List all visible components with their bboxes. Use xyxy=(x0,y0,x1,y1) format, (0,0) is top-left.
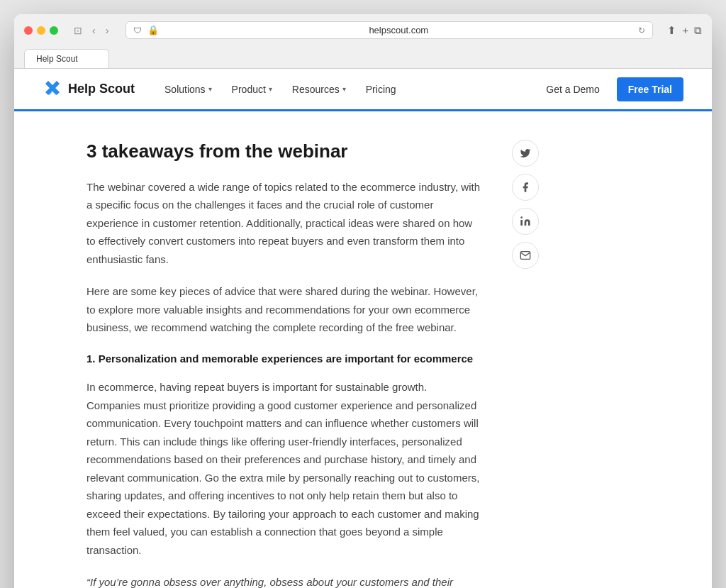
get-demo-button[interactable]: Get a Demo xyxy=(537,78,608,101)
nav-item-resources[interactable]: Resources ▾ xyxy=(284,78,354,101)
intro-paragraph-2: Here are some key pieces of advice that … xyxy=(86,282,484,337)
chevron-down-icon: ▾ xyxy=(342,85,346,93)
section1-heading: 1. Personalization and memorable experie… xyxy=(86,351,484,367)
chevron-down-icon: ▾ xyxy=(208,85,212,93)
facebook-share-button[interactable] xyxy=(512,174,539,201)
nav-solutions-label: Solutions xyxy=(164,84,206,95)
article-body: 3 takeaways from the webinar The webinar… xyxy=(86,140,484,588)
window-controls: ⊡ ‹ › xyxy=(71,23,111,38)
nav-item-product[interactable]: Product ▾ xyxy=(223,78,281,101)
helpscout-logo-icon xyxy=(43,79,62,99)
new-tab-icon[interactable]: + xyxy=(682,24,688,37)
twitter-share-button[interactable] xyxy=(512,140,539,167)
page-content: Help Scout Solutions ▾ Product ▾ Resourc… xyxy=(14,69,712,588)
logo-text: Help Scout xyxy=(68,82,135,96)
logo[interactable]: Help Scout xyxy=(43,79,135,99)
facebook-icon xyxy=(520,182,531,193)
nav-item-pricing[interactable]: Pricing xyxy=(357,78,405,101)
nav-links: Solutions ▾ Product ▾ Resources ▾ Pricin… xyxy=(156,78,537,101)
section1-quote: “If you’re gonna obsess over anything, o… xyxy=(86,573,484,588)
article-title: 3 takeaways from the webinar xyxy=(86,140,484,164)
close-button[interactable] xyxy=(24,26,33,35)
main-content: 3 takeaways from the webinar The webinar… xyxy=(44,111,682,588)
browser-actions: ⬆ + ⧉ xyxy=(667,24,702,37)
nav-item-solutions[interactable]: Solutions ▾ xyxy=(156,78,220,101)
svg-point-0 xyxy=(520,216,523,218)
refresh-icon[interactable]: ↻ xyxy=(638,26,645,35)
lock-icon: 🔒 xyxy=(147,25,159,35)
forward-icon[interactable]: › xyxy=(103,23,112,38)
maximize-button[interactable] xyxy=(50,26,58,35)
browser-chrome: ⊡ ‹ › 🛡 🔒 helpscout.com ↻ ⬆ + ⧉ Help Sco… xyxy=(14,14,712,69)
linkedin-icon xyxy=(520,216,531,227)
nav-resources-label: Resources xyxy=(292,84,340,95)
email-icon xyxy=(520,250,531,261)
section1-paragraph: In ecommerce, having repeat buyers is im… xyxy=(86,378,484,559)
nav-pricing-label: Pricing xyxy=(366,84,396,95)
sidebar-toggle-icon[interactable]: ⊡ xyxy=(71,23,85,38)
free-trial-button[interactable]: Free Trial xyxy=(617,77,683,101)
back-icon[interactable]: ‹ xyxy=(89,23,99,38)
share-icon[interactable]: ⬆ xyxy=(667,24,676,37)
navbar: Help Scout Solutions ▾ Product ▾ Resourc… xyxy=(14,69,712,111)
twitter-icon xyxy=(520,148,531,159)
browser-window: ⊡ ‹ › 🛡 🔒 helpscout.com ↻ ⬆ + ⧉ Help Sco… xyxy=(14,14,712,588)
tabs-icon[interactable]: ⧉ xyxy=(694,24,702,37)
tab-bar: Help Scout xyxy=(24,46,702,68)
email-share-button[interactable] xyxy=(512,242,539,269)
minimize-button[interactable] xyxy=(37,26,45,35)
nav-actions: Get a Demo Free Trial xyxy=(537,77,683,101)
browser-tab[interactable]: Help Scout xyxy=(24,49,109,68)
address-bar[interactable]: 🛡 🔒 helpscout.com ↻ xyxy=(125,21,653,39)
intro-paragraph-1: The webinar covered a wide range of topi… xyxy=(86,178,484,269)
linkedin-share-button[interactable] xyxy=(512,208,539,235)
nav-product-label: Product xyxy=(232,84,266,95)
social-sidebar xyxy=(512,140,539,269)
chevron-down-icon: ▾ xyxy=(269,85,272,93)
url-text: helpscout.com xyxy=(164,25,632,35)
traffic-lights xyxy=(24,26,58,35)
shield-icon: 🛡 xyxy=(133,26,142,35)
